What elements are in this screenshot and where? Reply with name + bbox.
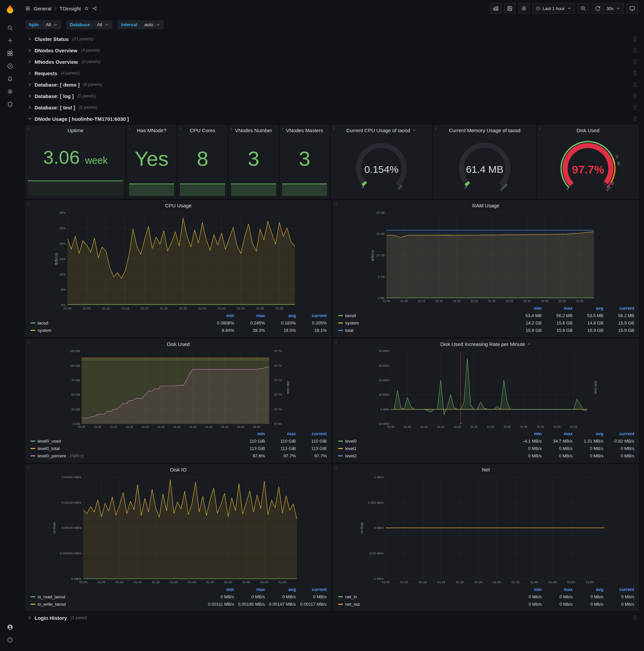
add-panel-button[interactable] [490,3,502,14]
row-database-demo[interactable]: Database: [ demo ] (5 panels) [26,80,639,90]
legend-column[interactable]: max [234,313,265,318]
series-name[interactable]: total [338,328,511,333]
panel-info-icon[interactable]: i [179,126,183,130]
row-drag-handle[interactable] [633,59,637,64]
legend-column[interactable]: current [604,431,634,436]
row-drag-handle[interactable] [633,36,637,41]
variable-fqdn[interactable]: fqdn All [26,20,61,29]
search-icon[interactable] [3,22,18,34]
panel-info-icon[interactable]: i [331,126,336,130]
series-name[interactable]: level2 [338,453,511,458]
panel-title[interactable]: Disk Used [538,125,638,135]
series-name[interactable]: level0 [338,439,511,444]
star-icon[interactable] [84,6,89,11]
panel-title[interactable]: VNodes Masters [280,125,329,135]
series-name[interactable]: system [31,328,203,333]
disk-io-chart[interactable]: 01:0001:0501:1001:1501:2001:2501:3001:35… [27,474,330,585]
cpu-usage-chart[interactable]: 01:0001:0501:1001:1501:2001:2501:3001:35… [27,210,330,311]
legend-column[interactable]: avg [573,431,604,436]
panel-info-icon[interactable]: i [334,201,339,206]
cycle-view-monitor-button[interactable] [626,3,638,14]
refresh-interval-select[interactable]: 30s [603,3,624,14]
alerting-bell-icon[interactable] [3,72,18,85]
panel-info-icon[interactable]: i [281,126,285,130]
legend-column[interactable]: avg [573,306,604,311]
legend-column[interactable]: current [296,587,327,592]
legend-column[interactable]: current [296,313,327,318]
series-name[interactable]: io_write_taosd [31,602,203,607]
row-mnodes-overview[interactable]: MNodes Overview (2 panels) [26,57,639,67]
user-avatar[interactable] [3,621,18,633]
legend-column[interactable]: max [542,587,573,592]
panel-title[interactable]: Net [333,465,638,474]
panel-info-icon[interactable]: i [538,126,543,130]
series-name[interactable]: taosd [31,320,203,326]
series-name[interactable]: system [338,320,511,326]
series-name[interactable]: level0_percent(right-y) [31,453,234,458]
row-drag-handle[interactable] [633,93,637,99]
row-requests[interactable]: Requests (4 panels) [26,68,639,78]
row-database-test[interactable]: Database: [ test ] (5 panels) [26,102,639,113]
series-name[interactable]: level1 [338,446,511,451]
breadcrumb-folder[interactable]: General [34,6,51,11]
panel-info-icon[interactable]: i [334,340,339,344]
share-icon[interactable] [92,6,97,11]
legend-column[interactable]: min [203,587,234,592]
legend-column[interactable]: current [296,431,327,436]
legend-column[interactable]: min [511,587,542,592]
legend-column[interactable]: avg [265,587,296,592]
panel-info-icon[interactable]: i [26,465,31,470]
panel-info-icon[interactable]: i [26,201,31,206]
row-drag-handle[interactable] [633,105,637,110]
panel-title[interactable]: CPU Usage [26,201,331,210]
series-name[interactable]: net_out [338,602,511,607]
panel-title[interactable]: CPU Cores [178,125,227,135]
configuration-gear-icon[interactable] [3,85,18,98]
legend-column[interactable]: min [203,313,234,318]
legend-column[interactable]: avg [265,313,296,318]
row-drag-handle[interactable] [633,116,637,122]
panel-info-icon[interactable]: i [26,340,31,344]
row-drag-handle[interactable] [633,48,637,53]
dashboard-settings-button[interactable] [518,3,529,14]
refresh-button[interactable] [592,3,603,14]
zoom-out-time-button[interactable] [578,3,589,14]
variable-interval[interactable]: Interval auto [118,20,163,29]
row-cluster-status[interactable]: Cluster Status (21 panels) [26,34,639,44]
explore-icon[interactable] [3,60,18,72]
panel-info-icon[interactable]: i [229,126,234,130]
panel-title[interactable]: Disk Used Increasing Rate per Minute [333,339,638,349]
row-drag-handle[interactable] [633,615,637,620]
panel-title[interactable]: RAM Usage [333,201,638,210]
time-range-picker[interactable]: Last 1 hour [532,3,575,14]
row-drag-handle[interactable] [633,82,637,87]
series-name[interactable]: level0_used [31,439,234,444]
panel-title[interactable]: VNodes Number [229,125,278,135]
grafana-logo[interactable] [4,4,16,16]
legend-column[interactable]: max [542,306,573,311]
row-dnode-usage[interactable]: DNode Usage [ huolinhe-TM1701:6030 ] [26,114,639,124]
series-name[interactable]: level0_total [31,446,234,451]
panel-title[interactable]: Disk IO [26,465,331,474]
disk-rate-chart[interactable]: 01:0001:0501:1001:1501:2001:2501:3001:35… [334,349,637,429]
panel-info-icon[interactable]: i [127,126,132,130]
series-name[interactable]: taosd [338,313,511,318]
legend-column[interactable]: min [234,431,265,436]
legend-column[interactable]: avg [573,587,604,592]
help-icon[interactable]: ? [3,633,18,646]
net-chart[interactable]: 01:0001:0501:1001:1501:2001:2501:3001:35… [334,474,637,585]
series-name[interactable]: io_read_taosd [31,594,203,599]
legend-column[interactable]: min [511,306,542,311]
create-icon[interactable] [3,34,18,47]
row-login-history[interactable]: Login History (1 panel) [26,613,639,623]
dashboards-icon[interactable] [3,47,18,60]
legend-column[interactable]: max [234,587,265,592]
row-drag-handle[interactable] [633,70,637,76]
panel-title[interactable]: Current Memory Usage of taosd [434,125,536,135]
panel-title[interactable]: Disk Used [26,339,331,349]
panel-title[interactable]: Has MNode? [127,125,176,135]
series-name[interactable]: net_in [338,594,511,599]
legend-column[interactable]: max [265,431,296,436]
legend-column[interactable]: max [542,431,573,436]
row-database-log[interactable]: Database: [ log ] (5 panels) [26,91,639,101]
